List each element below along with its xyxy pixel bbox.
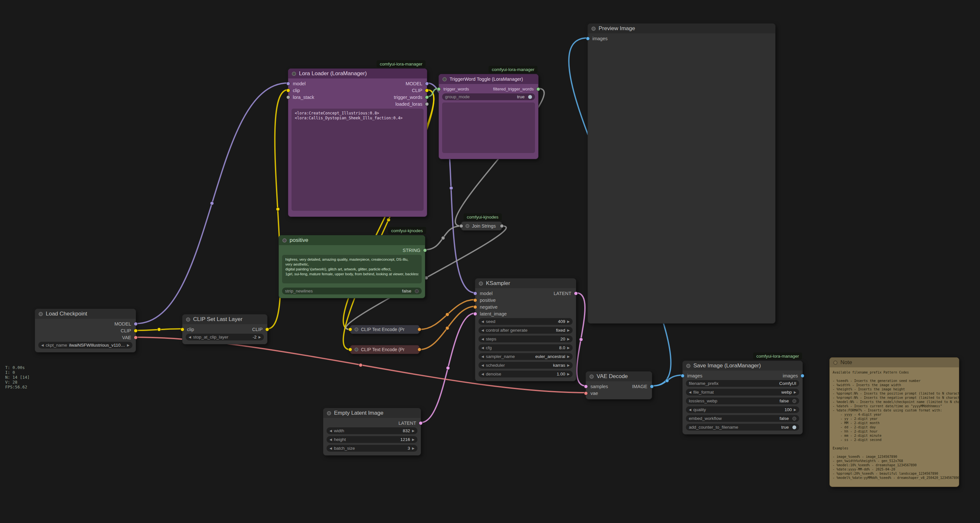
decrement-arrow-icon[interactable]: ◀ — [689, 408, 691, 412]
negative-input-port[interactable] — [473, 305, 477, 309]
decrement-arrow-icon[interactable]: ◀ — [481, 320, 484, 323]
node-graph-canvas[interactable]: T: 0.00s I: 0 N: 14 [14] V: 28 FPS:56.62… — [0, 0, 980, 523]
latent-image-input-port[interactable] — [473, 312, 477, 316]
model-input-port[interactable] — [473, 292, 477, 295]
node-join-strings[interactable]: Join Strings — [461, 222, 502, 231]
images-input-port[interactable] — [586, 36, 590, 41]
clip-output-port[interactable] — [425, 89, 429, 92]
decrement-arrow-icon[interactable]: ◀ — [481, 328, 484, 332]
collapse-toggle-icon[interactable] — [327, 411, 331, 415]
node-title-bar[interactable]: VAE Decode — [586, 372, 652, 381]
latent-output-port[interactable] — [574, 292, 578, 295]
collapse-toggle-icon[interactable] — [282, 238, 286, 242]
node-title-bar[interactable]: KSampler — [475, 279, 576, 288]
increment-arrow-icon[interactable]: ▶ — [794, 390, 796, 394]
node-vae-decode[interactable]: VAE Decode samples IMAGE vae — [585, 371, 652, 399]
widget-strip-newlines[interactable]: strip_newlines false — [282, 288, 422, 295]
decrement-arrow-icon[interactable]: ◀ — [329, 429, 332, 433]
toggle-knob-icon[interactable] — [792, 425, 796, 429]
widget-group-mode[interactable]: group_mode true — [442, 94, 535, 100]
node-title-bar[interactable]: Note — [830, 358, 959, 368]
node-title-bar[interactable]: Empty Latent Image — [323, 408, 421, 418]
node-empty-latent-image[interactable]: Empty Latent Image LATENT ◀ width 832 ▶ … — [323, 408, 421, 456]
collapse-toggle-icon[interactable] — [833, 361, 837, 365]
prompt-text-editor[interactable]: highres, very detailed, amazing quality,… — [282, 255, 422, 284]
increment-arrow-icon[interactable]: ▶ — [412, 447, 415, 450]
decrement-arrow-icon[interactable]: ◀ — [329, 447, 332, 450]
node-title-bar[interactable]: TriggerWord Toggle (LoraManager) — [439, 74, 538, 84]
collapse-toggle-icon[interactable] — [355, 328, 358, 331]
toggle-knob-icon[interactable] — [415, 289, 419, 293]
model-output-port[interactable] — [425, 82, 429, 86]
collapse-toggle-icon[interactable] — [466, 224, 469, 228]
increment-arrow-icon[interactable]: ▶ — [127, 343, 129, 347]
collapse-toggle-icon[interactable] — [686, 364, 690, 368]
widget-denoise[interactable]: ◀ denoise 1.00 ▶ — [479, 371, 573, 377]
node-title-bar[interactable]: Save Image (LoraManager) — [682, 361, 802, 371]
decrement-arrow-icon[interactable]: ◀ — [481, 355, 484, 358]
latent-output-port[interactable] — [419, 421, 423, 425]
node-lora-loader[interactable]: Lora Loader (LoraManager) model MODEL cl… — [288, 68, 427, 217]
decrement-arrow-icon[interactable]: ◀ — [481, 346, 484, 350]
decrement-arrow-icon[interactable]: ◀ — [481, 363, 484, 367]
clip-input-port[interactable] — [348, 347, 352, 352]
widget-filename-prefix[interactable]: filename_prefix ComfyUI — [686, 380, 799, 387]
widget-add-counter-to-filename[interactable]: add_counter_to_filename true — [686, 424, 799, 431]
lora-text-editor[interactable]: <lora:CreateConcept_Illustrious:0.8> <lo… — [291, 109, 424, 211]
increment-arrow-icon[interactable]: ▶ — [567, 363, 570, 367]
node-load-checkpoint[interactable]: Load Checkpoint MODEL CLIP VAE ◀ ckpt_na… — [35, 309, 136, 352]
widget-seed[interactable]: ◀ seed 409 ▶ — [479, 318, 573, 325]
node-title-bar[interactable]: Load Checkpoint — [35, 309, 136, 319]
decrement-arrow-icon[interactable]: ◀ — [41, 343, 44, 347]
images-input-port[interactable] — [681, 374, 685, 378]
node-ksampler[interactable]: KSampler model LATENT positive negative … — [475, 278, 576, 381]
widget-batch-size[interactable]: ◀ batch_size 3 ▶ — [326, 445, 417, 452]
toggle-knob-icon[interactable] — [792, 417, 796, 420]
widget-embed-workflow[interactable]: embed_workflow false — [686, 415, 799, 422]
collapse-toggle-icon[interactable] — [39, 312, 43, 316]
collapse-toggle-icon[interactable] — [590, 374, 594, 379]
toggle-knob-icon[interactable] — [528, 95, 532, 99]
widget-ckpt-name[interactable]: ◀ ckpt_name ilwaiNSFWIllustrious_v110.s.… — [38, 342, 132, 349]
decrement-arrow-icon[interactable]: ◀ — [689, 390, 691, 394]
collapse-toggle-icon[interactable] — [442, 77, 447, 81]
vae-output-port[interactable] — [134, 336, 138, 339]
increment-arrow-icon[interactable]: ▶ — [567, 328, 570, 332]
vae-input-port[interactable] — [584, 391, 588, 395]
increment-arrow-icon[interactable]: ▶ — [412, 438, 415, 441]
conditioning-output-port[interactable] — [417, 328, 422, 331]
clip-input-port[interactable] — [180, 328, 185, 331]
node-title-bar[interactable]: positive — [279, 235, 425, 245]
increment-arrow-icon[interactable]: ▶ — [567, 346, 570, 350]
collapse-toggle-icon[interactable] — [592, 27, 596, 31]
node-clip-set-last-layer[interactable]: CLIP Set Last Layer clip CLIP ◀ stop_at_… — [182, 314, 267, 344]
node-title-bar[interactable]: Preview Image — [588, 24, 775, 33]
decrement-arrow-icon[interactable]: ◀ — [481, 372, 484, 376]
trigger-words-input-port[interactable] — [437, 87, 441, 91]
increment-arrow-icon[interactable]: ▶ — [567, 337, 570, 341]
samples-input-port[interactable] — [584, 385, 588, 388]
string-output-port[interactable] — [500, 224, 504, 228]
widget-quality[interactable]: ◀ quality 100 ▶ — [686, 406, 799, 413]
collapse-toggle-icon[interactable] — [355, 347, 358, 352]
node-positive-prompt[interactable]: positive STRING highres, very detailed, … — [278, 235, 425, 298]
images-output-port[interactable] — [800, 374, 804, 378]
collapse-toggle-icon[interactable] — [479, 281, 483, 286]
clip-output-port[interactable] — [265, 328, 269, 331]
widget-control-after-generate[interactable]: ◀ control after generate fixed ▶ — [479, 327, 573, 334]
widget-cfg[interactable]: ◀ cfg 8.0 ▶ — [479, 344, 573, 351]
filtered-trigger-words-output-port[interactable] — [536, 87, 540, 91]
node-triggerword-toggle[interactable]: TriggerWord Toggle (LoraManager) trigger… — [439, 74, 539, 159]
node-title-bar[interactable]: Lora Loader (LoraManager) — [288, 69, 427, 78]
widget-height[interactable]: ◀ height 1216 ▶ — [326, 436, 417, 443]
widget-stop-at-clip-layer[interactable]: ◀ stop_at_clip_layer -2 ▶ — [186, 334, 264, 341]
clip-input-port[interactable] — [348, 328, 352, 331]
model-input-port[interactable] — [286, 82, 290, 86]
collapse-toggle-icon[interactable] — [186, 317, 190, 322]
image-output-port[interactable] — [650, 385, 654, 388]
trigger-words-output-port[interactable] — [425, 95, 429, 99]
widget-width[interactable]: ◀ width 832 ▶ — [326, 427, 417, 434]
positive-input-port[interactable] — [473, 298, 477, 302]
conditioning-output-port[interactable] — [417, 347, 422, 352]
increment-arrow-icon[interactable]: ▶ — [567, 372, 570, 376]
